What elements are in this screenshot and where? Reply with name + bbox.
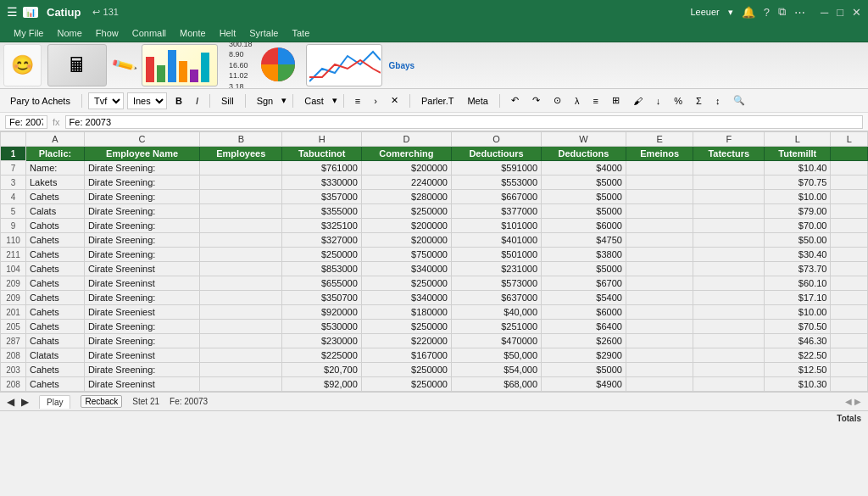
table-cell[interactable]: Cahets xyxy=(26,320,85,334)
table-cell[interactable] xyxy=(626,190,693,204)
table-cell[interactable]: $73.70 xyxy=(765,262,831,276)
table-cell[interactable] xyxy=(831,305,868,320)
table-cell[interactable]: Cahets xyxy=(26,248,85,262)
table-cell[interactable]: 2240000 xyxy=(361,176,451,190)
table-cell[interactable]: $655000 xyxy=(282,276,361,291)
table-cell[interactable]: $6400 xyxy=(542,320,626,334)
formula-input[interactable] xyxy=(65,115,863,129)
table-cell[interactable] xyxy=(626,363,693,377)
table-cell[interactable]: Dirate Sreeninst xyxy=(84,348,199,363)
table-cell[interactable]: Comerching xyxy=(361,147,451,161)
table-cell[interactable] xyxy=(200,305,282,320)
table-cell[interactable]: Dirate Sreening: xyxy=(84,190,199,204)
table-cell[interactable]: $68,000 xyxy=(451,377,541,392)
parler-button[interactable]: Parler.T xyxy=(416,93,459,109)
undo-button[interactable]: ↶ xyxy=(506,92,524,109)
table-cell[interactable]: Dirate Sreening: xyxy=(84,204,199,219)
col-header-L2[interactable]: L xyxy=(831,132,868,147)
table-cell[interactable]: $357000 xyxy=(282,190,361,204)
table-cell[interactable] xyxy=(831,320,868,334)
redo-button[interactable]: ↷ xyxy=(527,92,545,109)
col-header-H[interactable]: H xyxy=(282,132,361,147)
table-cell[interactable]: Cahets xyxy=(26,233,85,248)
table-cell[interactable]: $200000 xyxy=(361,233,451,248)
meta-button[interactable]: Meta xyxy=(462,93,492,109)
sill-button[interactable]: Sill xyxy=(216,93,239,109)
question-icon[interactable]: ? xyxy=(764,6,770,19)
table-cell[interactable] xyxy=(693,334,765,348)
table-cell[interactable] xyxy=(626,219,693,233)
table-cell[interactable]: Emeinos xyxy=(626,147,693,161)
table-cell[interactable]: Cahets xyxy=(26,305,85,320)
sort-btn[interactable]: ↕ xyxy=(710,93,726,109)
table-cell[interactable]: $70.00 xyxy=(765,219,831,233)
table-cell[interactable]: Dirate Sreeniest xyxy=(84,305,199,320)
table-cell[interactable]: $200000 xyxy=(361,219,451,233)
menu-syrtale[interactable]: Syrtale xyxy=(244,26,283,40)
sum-btn[interactable]: Σ xyxy=(691,93,707,109)
table-cell[interactable] xyxy=(831,291,868,305)
table-cell[interactable]: $340000 xyxy=(361,291,451,305)
table-cell[interactable]: Cahots xyxy=(26,219,85,233)
table-cell[interactable] xyxy=(693,262,765,276)
next-btn[interactable]: › xyxy=(369,93,382,109)
table-cell[interactable] xyxy=(831,363,868,377)
table-cell[interactable] xyxy=(200,219,282,233)
table-cell[interactable]: Dirate Sreening: xyxy=(84,363,199,377)
table-cell[interactable]: Calats xyxy=(26,204,85,219)
table-cell[interactable] xyxy=(200,161,282,176)
table-cell[interactable]: Cahets xyxy=(26,190,85,204)
table-cell[interactable]: $60.10 xyxy=(765,276,831,291)
table-cell[interactable] xyxy=(693,190,765,204)
table-cell[interactable]: $46.30 xyxy=(765,334,831,348)
table-cell[interactable]: $180000 xyxy=(361,305,451,320)
table-cell[interactable]: Cahets xyxy=(26,377,85,392)
recback-dropdown[interactable]: Recback xyxy=(81,395,122,408)
col-header-E[interactable]: E xyxy=(626,132,693,147)
col-header-D[interactable]: D xyxy=(361,132,451,147)
table-cell[interactable]: Cahets xyxy=(26,276,85,291)
user-name[interactable]: Leeuer xyxy=(690,7,719,17)
table-cell[interactable]: $10.30 xyxy=(765,377,831,392)
table-cell[interactable]: $330000 xyxy=(282,176,361,190)
table-cell[interactable]: Dirate Sreening: xyxy=(84,161,199,176)
table-cell[interactable]: Dirate Sreening: xyxy=(84,176,199,190)
table-cell[interactable] xyxy=(200,291,282,305)
table-cell[interactable]: $22.50 xyxy=(765,348,831,363)
table-cell[interactable] xyxy=(626,334,693,348)
table-cell[interactable]: $327000 xyxy=(282,233,361,248)
table-cell[interactable]: $401000 xyxy=(451,233,541,248)
sign-button[interactable]: Sgn xyxy=(252,93,279,109)
table-cell[interactable] xyxy=(693,233,765,248)
menu-myfile[interactable]: My File xyxy=(8,26,48,40)
table-cell[interactable] xyxy=(831,219,868,233)
table-cell[interactable]: Dirate Sreening: xyxy=(84,233,199,248)
table-cell[interactable]: $10.40 xyxy=(765,161,831,176)
table-cell[interactable]: Tatecturs xyxy=(693,147,765,161)
table-cell[interactable]: $6000 xyxy=(542,219,626,233)
table-cell[interactable] xyxy=(693,219,765,233)
table-cell[interactable]: $10.00 xyxy=(765,190,831,204)
table-cell[interactable]: $6000 xyxy=(542,305,626,320)
table-cell[interactable]: Dirate Sreening: xyxy=(84,248,199,262)
table-cell[interactable]: $750000 xyxy=(361,248,451,262)
search-btn[interactable]: 🔍 xyxy=(728,92,750,109)
table-cell[interactable]: Dirate Sreening: xyxy=(84,219,199,233)
table-cell[interactable] xyxy=(626,276,693,291)
table-cell[interactable] xyxy=(831,204,868,219)
table-cell[interactable]: Placlic: xyxy=(26,147,85,161)
table-cell[interactable]: Cahats xyxy=(26,334,85,348)
maximize-icon[interactable]: □ xyxy=(837,6,843,19)
table-cell[interactable]: $10.00 xyxy=(765,305,831,320)
col-header-C[interactable]: C xyxy=(84,132,199,147)
table-cell[interactable]: $70.75 xyxy=(765,176,831,190)
table-cell[interactable] xyxy=(200,190,282,204)
table-cell[interactable]: $250000 xyxy=(361,276,451,291)
font-name-select[interactable]: Tvf xyxy=(88,92,124,109)
table-cell[interactable]: $250000 xyxy=(361,320,451,334)
minimize-icon[interactable]: ─ xyxy=(821,6,828,19)
table-cell[interactable]: $54,000 xyxy=(451,363,541,377)
table-cell[interactable] xyxy=(693,276,765,291)
sheet-tab-play[interactable]: Play xyxy=(39,395,70,409)
table-cell[interactable]: $355000 xyxy=(282,204,361,219)
